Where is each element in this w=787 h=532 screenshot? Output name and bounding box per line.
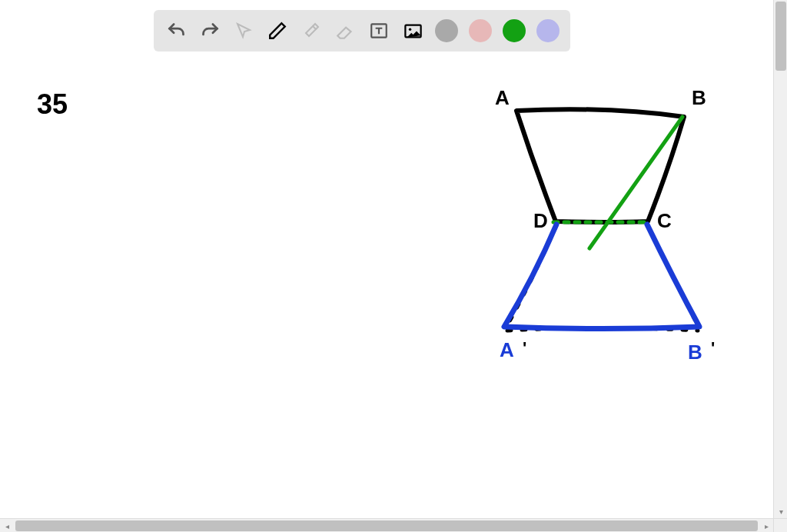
toolbar (154, 10, 570, 52)
scroll-corner (773, 518, 787, 532)
hammer-icon (302, 22, 320, 40)
label-B-prime-tick: ' (711, 338, 715, 358)
scroll-right-arrow[interactable]: ▸ (759, 519, 773, 532)
text-tool[interactable] (367, 19, 390, 42)
select-tool[interactable] (232, 19, 255, 42)
pen-tool[interactable] (266, 19, 289, 42)
undo-button[interactable] (164, 19, 188, 42)
problem-number: 35 (37, 88, 68, 121)
cursor-icon (234, 22, 253, 40)
scroll-down-arrow[interactable]: ▾ (774, 504, 787, 518)
label-D: D (533, 209, 548, 233)
scroll-left-arrow[interactable]: ◂ (0, 519, 14, 532)
color-green[interactable] (503, 19, 526, 42)
tools-button[interactable] (300, 19, 323, 42)
image-tool[interactable] (401, 19, 424, 42)
label-A: A (495, 86, 510, 110)
vertical-scroll-thumb[interactable] (775, 2, 786, 71)
eraser-icon (335, 21, 355, 41)
horizontal-scroll-thumb[interactable] (15, 520, 758, 531)
color-lavender[interactable] (536, 19, 560, 42)
label-B-prime: B (688, 341, 702, 364)
whiteboard-canvas[interactable]: 35 A B D C A ' (0, 0, 773, 518)
label-A-prime: A (500, 338, 514, 362)
color-pink[interactable] (469, 19, 492, 42)
label-A-prime-tick: ' (523, 338, 526, 358)
pen-icon (267, 21, 287, 41)
label-B: B (692, 86, 706, 110)
redo-icon (200, 21, 221, 42)
drawing-svg (0, 0, 773, 518)
undo-icon (166, 21, 187, 42)
svg-point-2 (408, 28, 410, 30)
vertical-scrollbar[interactable]: ▾ (773, 0, 787, 518)
redo-button[interactable] (198, 19, 221, 42)
horizontal-scrollbar[interactable]: ◂ ▸ (0, 518, 773, 532)
eraser-tool[interactable] (334, 19, 357, 42)
image-icon (403, 21, 423, 42)
text-icon (369, 21, 389, 41)
label-C: C (657, 209, 672, 233)
app-container: 35 A B D C A ' (0, 0, 787, 532)
color-gray[interactable] (435, 19, 458, 42)
